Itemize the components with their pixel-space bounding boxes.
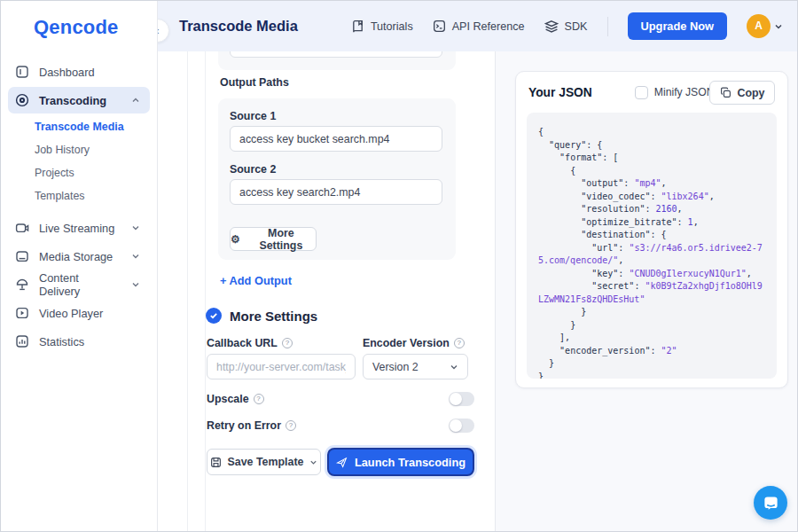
launch-transcoding-label: Launch Transcoding [355, 456, 466, 469]
save-icon [210, 457, 222, 468]
page-title: Transcode Media [179, 18, 298, 35]
encoder-version-select[interactable]: Version 2 [363, 354, 468, 379]
minify-json-checkbox[interactable] [635, 86, 648, 99]
upgrade-now-button[interactable]: Upgrade Now [628, 12, 727, 40]
video-player-icon [15, 306, 29, 320]
callback-url-label-text: Callback URL [207, 337, 278, 349]
sidebar: Qencode Dashboard Transcoding Transcode … [1, 1, 158, 531]
toggle-knob [450, 393, 462, 405]
chat-launcher-button[interactable] [754, 486, 787, 520]
more-settings-heading: More Settings [230, 309, 317, 324]
more-settings-button-label: More Settings [246, 227, 316, 252]
sidebar-item-label: Video Player [39, 307, 143, 320]
json-preview-area: Your JSON Minify JSON Copy { "query": { … [496, 51, 797, 531]
retry-on-error-label: Retry on Error ? [207, 419, 296, 432]
save-template-button[interactable]: Save Template [207, 449, 321, 475]
header-divider [607, 17, 608, 36]
chevron-down-icon [450, 363, 458, 372]
qencode-logo[interactable]: Qencode [34, 16, 157, 39]
tutorials-link[interactable]: Tutorials [351, 20, 413, 33]
top-header: ‹ Transcode Media Tutorials API Referenc… [158, 1, 797, 51]
account-menu[interactable]: A [747, 14, 783, 38]
sidebar-subitem-projects[interactable]: Projects [1, 161, 157, 184]
sidebar-subitem-job-history[interactable]: Job History [1, 138, 157, 161]
api-reference-link[interactable]: API Reference [433, 20, 525, 33]
copy-label: Copy [738, 87, 765, 99]
gear-icon: ⚙ [231, 233, 240, 246]
source1-label: Source 1 [230, 110, 276, 122]
launch-transcoding-button[interactable]: Launch Transcoding [327, 448, 474, 476]
output-paths-card: Source 1 Source 2 ⚙ More Settings [218, 98, 456, 260]
output-paths-label: Output Paths [220, 76, 289, 89]
check-circle-icon[interactable] [206, 308, 222, 324]
info-icon[interactable]: ? [254, 394, 264, 404]
chevron-down-icon [774, 22, 783, 31]
add-output-link[interactable]: + Add Output [220, 274, 292, 287]
sidebar-item-video-player[interactable]: Video Player [8, 300, 150, 326]
live-streaming-icon [15, 221, 29, 235]
sidebar-item-label: Statistics [39, 335, 143, 348]
toggle-knob [450, 419, 462, 432]
json-card: Your JSON Minify JSON Copy { "query": { … [515, 71, 788, 388]
book-icon [351, 20, 364, 33]
upscale-label: Upscale ? [207, 393, 264, 405]
info-icon[interactable]: ? [282, 338, 293, 348]
content-delivery-icon [15, 278, 29, 292]
retry-on-error-label-text: Retry on Error [207, 419, 281, 432]
chevron-up-icon [129, 96, 143, 105]
tutorials-label: Tutorials [371, 20, 413, 33]
sidebar-item-statistics[interactable]: Statistics [8, 328, 150, 355]
sidebar-item-live-streaming[interactable]: Live Streaming [8, 215, 150, 241]
column-divider [205, 51, 206, 531]
layers-icon [544, 20, 559, 34]
sidebar-item-dashboard[interactable]: Dashboard [8, 59, 150, 85]
chevron-down-icon [129, 223, 143, 232]
encoder-version-label: Encoder Version ? [363, 337, 465, 349]
send-icon [336, 457, 348, 468]
chevron-down-icon [129, 252, 143, 261]
upscale-label-text: Upscale [207, 393, 249, 405]
more-settings-section-header: More Settings [206, 308, 317, 324]
sidebar-item-label: Live Streaming [39, 222, 119, 235]
copy-json-button[interactable]: Copy [709, 81, 775, 105]
minify-json-label: Minify JSON [654, 86, 715, 98]
json-code[interactable]: { "query": { "format": [ { "output": "mp… [527, 113, 777, 379]
terminal-icon [433, 20, 446, 33]
source1-input[interactable] [230, 126, 442, 152]
sidebar-item-label: Content Delivery [39, 271, 119, 298]
sidebar-item-label: Transcoding [39, 94, 119, 107]
app-window: Qencode Dashboard Transcoding Transcode … [0, 0, 798, 532]
json-card-header: Your JSON Minify JSON Copy [516, 72, 787, 113]
statistics-icon [15, 334, 29, 348]
sidebar-subitem-transcode-media[interactable]: Transcode Media [1, 115, 157, 138]
more-settings-button[interactable]: ⚙ More Settings [230, 227, 317, 251]
sidebar-item-content-delivery[interactable]: Content Delivery [8, 271, 150, 298]
media-storage-icon [15, 249, 29, 263]
sdk-link[interactable]: SDK [544, 20, 588, 34]
upscale-toggle[interactable] [449, 392, 474, 406]
encoder-version-value: Version 2 [372, 361, 419, 373]
avatar[interactable]: A [747, 14, 771, 38]
info-icon[interactable]: ? [454, 338, 465, 348]
source2-input[interactable] [230, 179, 442, 205]
callback-url-input[interactable] [207, 354, 356, 379]
save-template-label: Save Template [228, 456, 304, 468]
transcoding-icon [15, 93, 29, 107]
chevron-down-icon [309, 458, 317, 466]
transcode-form: Output Paths Source 1 Source 2 ⚙ More Se… [158, 51, 496, 531]
scrolled-output-card [218, 51, 456, 70]
sidebar-subitem-templates[interactable]: Templates [1, 184, 157, 207]
copy-icon [720, 87, 732, 98]
scrolled-input[interactable] [230, 51, 442, 58]
sidebar-item-label: Media Storage [39, 250, 119, 263]
sidebar-item-transcoding[interactable]: Transcoding [8, 87, 150, 113]
retry-on-error-toggle[interactable] [449, 419, 474, 433]
encoder-version-label-text: Encoder Version [363, 337, 450, 349]
sidebar-item-media-storage[interactable]: Media Storage [8, 243, 150, 270]
header-nav: Tutorials API Reference SDK Upgrade Now … [351, 12, 797, 40]
info-icon[interactable]: ? [286, 420, 296, 431]
source2-label: Source 2 [230, 163, 276, 176]
json-panel-title: Your JSON [528, 86, 592, 99]
chat-bubble-icon [763, 495, 779, 512]
column-divider [187, 51, 188, 531]
